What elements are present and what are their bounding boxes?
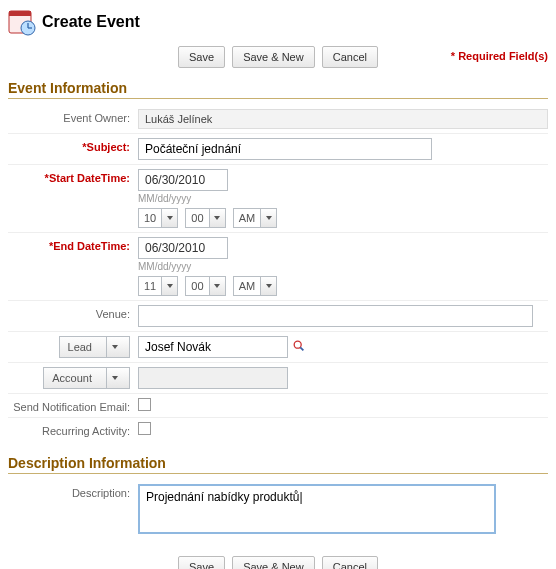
end-datetime-label: *End DateTime: — [8, 237, 138, 252]
chevron-down-icon — [209, 277, 225, 295]
start-min-select[interactable]: 00 — [185, 208, 225, 228]
calendar-icon — [8, 8, 36, 36]
date-hint: MM/dd/yyyy — [138, 193, 548, 204]
cancel-button[interactable]: Cancel — [322, 46, 378, 68]
svg-point-5 — [294, 341, 301, 348]
start-ampm-select[interactable]: AM — [233, 208, 278, 228]
chevron-down-icon — [161, 209, 177, 227]
chevron-down-icon — [161, 277, 177, 295]
start-date-input[interactable] — [138, 169, 228, 191]
event-owner-value: Lukáš Jelínek — [138, 109, 548, 129]
page-title: Create Event — [42, 13, 140, 31]
subject-label: *Subject: — [8, 138, 138, 153]
search-icon[interactable] — [292, 339, 306, 355]
chevron-down-icon — [106, 337, 129, 357]
svg-rect-1 — [9, 11, 31, 16]
chevron-down-icon — [260, 209, 276, 227]
description-textarea[interactable] — [138, 484, 496, 534]
date-hint: MM/dd/yyyy — [138, 261, 548, 272]
recurring-label: Recurring Activity: — [8, 422, 138, 437]
description-label: Description: — [8, 484, 138, 499]
lead-lookup-input[interactable] — [138, 336, 288, 358]
lead-type-select[interactable]: Lead — [59, 336, 130, 358]
description-info-header: Description Information — [8, 455, 548, 474]
end-hour-select[interactable]: 11 — [138, 276, 178, 296]
svg-line-6 — [300, 347, 303, 350]
send-notification-checkbox[interactable] — [138, 398, 151, 411]
subject-input[interactable] — [138, 138, 432, 160]
end-date-input[interactable] — [138, 237, 228, 259]
event-owner-label: Event Owner: — [8, 109, 138, 124]
start-datetime-label: *Start DateTime: — [8, 169, 138, 184]
required-note: * Required Field(s) — [451, 50, 548, 62]
venue-label: Venue: — [8, 305, 138, 320]
cancel-button-bottom[interactable]: Cancel — [322, 556, 378, 569]
send-notification-label: Send Notification Email: — [8, 398, 138, 413]
end-min-select[interactable]: 00 — [185, 276, 225, 296]
save-button[interactable]: Save — [178, 46, 225, 68]
start-hour-select[interactable]: 10 — [138, 208, 178, 228]
end-ampm-select[interactable]: AM — [233, 276, 278, 296]
chevron-down-icon — [260, 277, 276, 295]
chevron-down-icon — [209, 209, 225, 227]
save-new-button[interactable]: Save & New — [232, 46, 315, 68]
save-button-bottom[interactable]: Save — [178, 556, 225, 569]
account-lookup-input[interactable] — [138, 367, 288, 389]
account-type-select[interactable]: Account — [43, 367, 130, 389]
chevron-down-icon — [106, 368, 129, 388]
recurring-checkbox[interactable] — [138, 422, 151, 435]
event-info-header: Event Information — [8, 80, 548, 99]
save-new-button-bottom[interactable]: Save & New — [232, 556, 315, 569]
venue-input[interactable] — [138, 305, 533, 327]
